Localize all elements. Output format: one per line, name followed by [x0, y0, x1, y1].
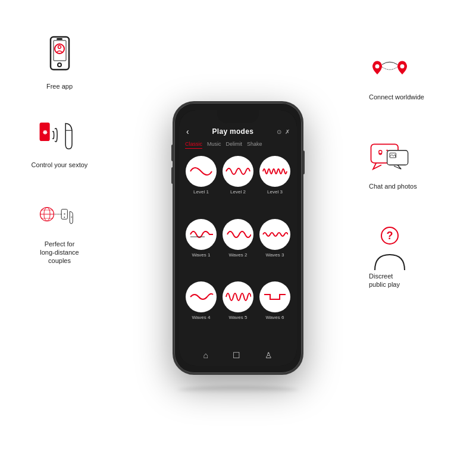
- svg-point-21: [400, 64, 405, 68]
- svg-text:?: ?: [387, 230, 393, 242]
- mode-waves5[interactable]: Waves 5: [222, 281, 254, 340]
- connect-icon-box: [369, 48, 411, 89]
- chat-label: Chat and photos: [369, 182, 417, 190]
- svg-point-23: [379, 151, 382, 154]
- mode-waves6-circle: [259, 281, 290, 312]
- longdistance-label: Perfect forlong-distancecouples: [40, 240, 79, 265]
- left-features-panel: Free app ⎈ Control your sextoy: [18, 36, 101, 265]
- mode-level3-circle: [259, 156, 290, 187]
- svg-point-17: [64, 217, 65, 218]
- free-app-label: Free app: [46, 82, 73, 90]
- mode-level3[interactable]: Level 3: [259, 156, 291, 214]
- svg-text:⎈: ⎈: [43, 129, 48, 137]
- feature-connect: Connect worldwide: [369, 48, 458, 101]
- control-icon: ⎈: [39, 114, 80, 156]
- chat-icon-box: [369, 137, 411, 178]
- app-bottom-bar: ⌂ ☐ ♙: [179, 345, 297, 366]
- app-screen: ‹ Play modes ⊙ ✗ Classic Music Delimit S…: [179, 110, 297, 366]
- bluetooth-icon[interactable]: ✗: [285, 129, 290, 135]
- mode-waves6[interactable]: Waves 6: [259, 281, 291, 340]
- mode-level1[interactable]: Level 1: [185, 156, 217, 214]
- svg-text:⎈: ⎈: [64, 212, 65, 215]
- mode-grid: Level 1 Level 2 Level 3: [179, 151, 297, 345]
- feature-longdistance: ⎈ ⎈ Perfect forlong-distancecouples: [18, 193, 101, 265]
- mode-waves5-label: Waves 5: [229, 315, 248, 320]
- volume-down-button[interactable]: [171, 167, 174, 184]
- mode-waves6-label: Waves 6: [266, 315, 284, 320]
- profile-icon[interactable]: ♙: [265, 350, 273, 360]
- chat-icon[interactable]: ☐: [233, 350, 240, 360]
- feature-chat: Chat and photos: [369, 137, 458, 190]
- header-icons: ⊙ ✗: [277, 129, 290, 135]
- free-app-icon-box: [39, 36, 80, 77]
- tab-classic[interactable]: Classic: [185, 140, 202, 149]
- mode-level2-label: Level 2: [230, 189, 246, 195]
- phone-notch: [217, 110, 259, 123]
- mode-waves4-label: Waves 4: [192, 315, 211, 320]
- tab-delimit[interactable]: Delimit: [226, 140, 243, 149]
- power-button[interactable]: [302, 151, 305, 174]
- svg-point-6: [58, 46, 61, 49]
- mode-waves1-label: Waves 1: [192, 252, 211, 258]
- phone-reflection: [178, 386, 298, 393]
- mode-waves3[interactable]: Waves 3: [259, 219, 291, 277]
- phone-body: ‹ Play modes ⊙ ✗ Classic Music Delimit S…: [173, 101, 303, 375]
- mode-level1-label: Level 1: [193, 189, 209, 195]
- mode-waves2-circle: [223, 219, 253, 250]
- longdistance-icon: ⎈ ⎈: [39, 193, 80, 235]
- mode-waves5-circle: [223, 281, 253, 312]
- feature-discreet: ? Discreetpublic play: [369, 227, 458, 289]
- mode-waves3-circle: [259, 219, 290, 250]
- feature-free-app: Free app: [18, 36, 101, 90]
- mode-level1-circle: [186, 156, 217, 187]
- mode-level2[interactable]: Level 2: [222, 156, 254, 214]
- mode-level2-circle: [223, 156, 253, 187]
- mode-waves4[interactable]: Waves 4: [185, 281, 217, 340]
- svg-point-20: [375, 64, 380, 68]
- mode-waves3-label: Waves 3: [266, 252, 284, 258]
- mode-waves4-circle: [186, 281, 217, 312]
- control-label: Control your sextoy: [32, 161, 88, 169]
- right-features-panel: Connect worldwide Chat and photos: [369, 48, 458, 289]
- mode-waves2-label: Waves 2: [229, 252, 248, 258]
- volume-up-button[interactable]: [171, 145, 174, 161]
- back-button[interactable]: ‹: [186, 127, 189, 136]
- screen-title: Play modes: [212, 127, 253, 136]
- phone-screen-area: ‹ Play modes ⊙ ✗ Classic Music Delimit S…: [179, 110, 297, 366]
- svg-rect-4: [57, 38, 62, 40]
- chat-icon: [369, 140, 411, 176]
- discreet-icon-box: ?: [369, 227, 411, 268]
- tab-bar: Classic Music Delimit Shake: [179, 136, 297, 151]
- tab-shake[interactable]: Shake: [247, 140, 262, 149]
- phone: ‹ Play modes ⊙ ✗ Classic Music Delimit S…: [173, 101, 303, 375]
- control-icon-box: ⎈: [39, 114, 80, 156]
- mode-waves2[interactable]: Waves 2: [222, 219, 254, 277]
- longdistance-icon-box: ⎈ ⎈: [39, 193, 80, 235]
- tab-music[interactable]: Music: [207, 140, 221, 149]
- free-app-icon: [43, 36, 76, 77]
- mode-waves1[interactable]: Waves 1: [185, 219, 217, 277]
- svg-point-3: [58, 63, 61, 67]
- svg-text:⎈: ⎈: [71, 215, 73, 218]
- connect-icon: [369, 48, 411, 89]
- mode-level3-label: Level 3: [267, 189, 283, 195]
- discreet-icon: ?: [369, 224, 411, 271]
- feature-control: ⎈ Control your sextoy: [18, 114, 101, 169]
- account-icon[interactable]: ⊙: [277, 129, 281, 135]
- discreet-label: Discreetpublic play: [369, 272, 400, 289]
- mode-waves1-circle: [186, 219, 217, 250]
- connect-label: Connect worldwide: [369, 93, 424, 101]
- home-icon[interactable]: ⌂: [203, 350, 208, 360]
